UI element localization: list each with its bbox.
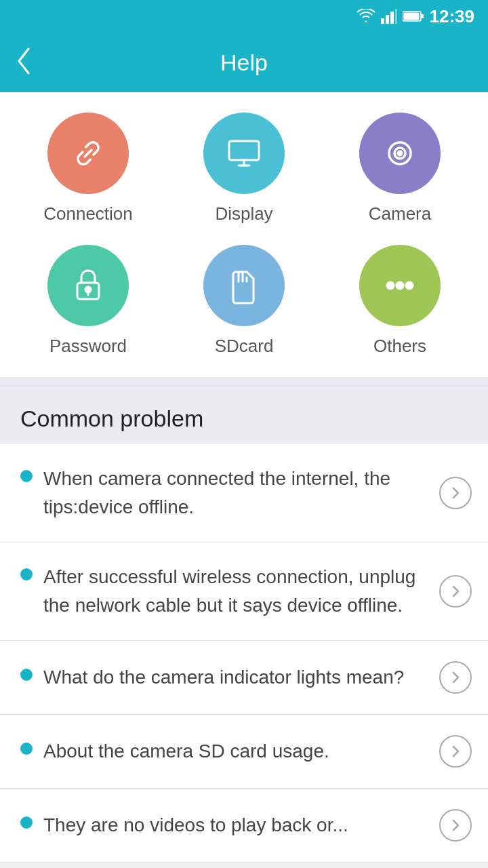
chevron-btn-4[interactable] — [439, 735, 472, 768]
status-time: 12:39 — [430, 6, 475, 27]
chevron-btn-1[interactable] — [439, 477, 472, 509]
problem-left-5: They are no videos to play back or... — [20, 811, 439, 840]
signal-icon — [381, 9, 397, 24]
category-grid: Connection Display Camera — [14, 113, 474, 357]
problem-text-3: What do the camera indicator lights mean… — [43, 663, 404, 692]
status-icons: 12:39 — [357, 6, 475, 27]
svg-point-21 — [406, 282, 413, 289]
sdcard-circle — [203, 245, 285, 326]
svg-point-20 — [396, 282, 403, 289]
svg-rect-2 — [390, 12, 394, 24]
chevron-right-icon-5 — [449, 818, 462, 832]
chevron-btn-3[interactable] — [439, 661, 472, 694]
problem-left-2: After successful wireless connection, un… — [20, 563, 439, 620]
svg-rect-5 — [403, 13, 419, 20]
problem-left-4: About the camera SD card usage. — [20, 737, 439, 766]
common-title: Common problem — [20, 406, 203, 431]
category-item-others[interactable]: Others — [325, 245, 474, 357]
svg-rect-0 — [381, 18, 384, 24]
problem-item-5[interactable]: They are no videos to play back or... — [0, 789, 488, 863]
svg-rect-1 — [386, 15, 389, 24]
chevron-right-icon-2 — [449, 585, 462, 598]
header: Help — [0, 33, 488, 92]
monitor-icon — [224, 133, 264, 174]
problem-item-2[interactable]: After successful wireless connection, un… — [0, 542, 488, 641]
others-circle — [359, 245, 441, 326]
chevron-right-icon-3 — [449, 671, 462, 684]
others-label: Others — [373, 336, 426, 357]
problem-list: When camera connected the internel, the … — [0, 444, 488, 863]
problem-item-4[interactable]: About the camera SD card usage. — [0, 715, 488, 789]
problem-text-4: About the camera SD card usage. — [43, 737, 329, 766]
chevron-right-icon-4 — [449, 745, 462, 758]
sdcard-label: SDcard — [215, 336, 274, 357]
bullet-2 — [20, 568, 33, 580]
chevron-right-icon-1 — [449, 486, 462, 500]
password-label: Password — [49, 336, 127, 357]
problem-item-1[interactable]: When camera connected the internel, the … — [0, 444, 488, 542]
svg-rect-3 — [395, 9, 397, 24]
chevron-btn-5[interactable] — [439, 809, 472, 842]
category-item-connection[interactable]: Connection — [14, 113, 163, 224]
back-button[interactable] — [14, 46, 33, 79]
common-problem-section: Common problem — [0, 387, 488, 444]
lock-icon — [68, 265, 108, 306]
bullet-4 — [20, 743, 33, 755]
category-section: Connection Display Camera — [0, 92, 488, 377]
category-item-display[interactable]: Display — [169, 113, 319, 224]
sdcard-icon — [224, 265, 264, 306]
problem-text-5: They are no videos to play back or... — [43, 811, 348, 840]
svg-point-12 — [398, 151, 402, 155]
problem-left-1: When camera connected the internel, the … — [20, 465, 439, 521]
camera-icon — [380, 133, 420, 174]
wifi-icon — [357, 9, 375, 24]
svg-rect-7 — [229, 141, 259, 160]
svg-rect-6 — [421, 14, 424, 18]
battery-icon — [403, 10, 424, 22]
connection-label: Connection — [43, 203, 133, 224]
problem-text-2: After successful wireless connection, un… — [43, 563, 426, 620]
display-label: Display — [215, 203, 272, 224]
header-title: Help — [220, 50, 268, 76]
category-item-password[interactable]: Password — [14, 245, 163, 357]
connection-circle — [47, 113, 129, 194]
section-separator — [0, 377, 488, 387]
password-circle — [47, 245, 129, 326]
svg-point-19 — [387, 282, 394, 289]
bullet-1 — [20, 470, 33, 482]
category-item-camera[interactable]: Camera — [325, 113, 474, 224]
bullet-5 — [20, 816, 33, 829]
problem-text-1: When camera connected the internel, the … — [43, 465, 426, 521]
camera-label: Camera — [369, 203, 431, 224]
link-icon — [68, 133, 108, 174]
chevron-btn-2[interactable] — [439, 575, 472, 608]
camera-circle — [359, 113, 441, 194]
dots-icon — [380, 265, 420, 306]
status-bar: 12:39 — [0, 0, 488, 33]
problem-item-3[interactable]: What do the camera indicator lights mean… — [0, 641, 488, 715]
problem-left-3: What do the camera indicator lights mean… — [20, 663, 439, 692]
category-item-sdcard[interactable]: SDcard — [169, 245, 319, 357]
bullet-3 — [20, 669, 33, 681]
display-circle — [203, 113, 285, 194]
